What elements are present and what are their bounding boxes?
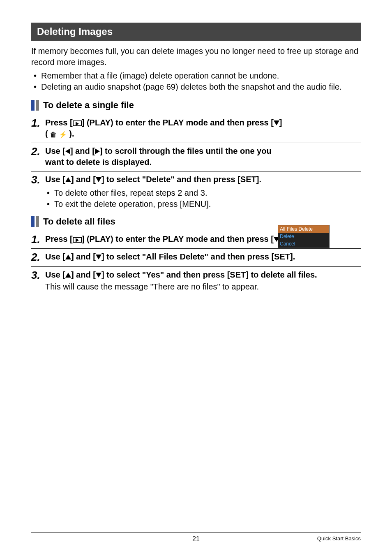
sub-header-title: To delete all files xyxy=(43,216,115,227)
step-fragment: ] to select "All Files Delete" and then … xyxy=(101,252,295,261)
step-number: 1. xyxy=(31,117,45,129)
intro-bullet: Deleting an audio snapshot (page 69) del… xyxy=(31,81,361,93)
screenshot-row: Cancel xyxy=(278,240,329,248)
step-number: 3. xyxy=(31,174,45,186)
step-fragment: ] and [ xyxy=(71,270,96,279)
triangle-left-icon xyxy=(65,148,70,154)
step-number: 3. xyxy=(31,269,45,281)
step-block: 3. Use [] and [] to select "Yes" and the… xyxy=(31,267,361,296)
sub-header-bars xyxy=(31,216,39,227)
step-number: 2. xyxy=(31,146,45,157)
trash-flash-icon: 🗑 ⚡ xyxy=(50,130,67,139)
step-sub-bullets: To delete other files, repeat steps 2 an… xyxy=(44,188,361,210)
intro-bullet: Remember that a file (image) delete oper… xyxy=(31,70,361,81)
sub-header-bars xyxy=(31,100,39,111)
step-fragment: Use [ xyxy=(45,146,65,155)
bar-blue-icon xyxy=(31,216,35,227)
step-fragment: ] to select "Yes" and then press [SET] t… xyxy=(101,270,317,279)
triangle-right-icon xyxy=(95,148,100,154)
step-fragment: ] (PLAY) to enter the PLAY mode and then… xyxy=(82,234,274,243)
page-number: 21 xyxy=(192,535,200,543)
step-fragment: Press [ xyxy=(45,234,73,243)
sub-header-title: To delete a single file xyxy=(43,100,134,111)
step-fragment: ] and [ xyxy=(71,252,96,261)
bar-grey-icon xyxy=(36,216,39,227)
play-icon xyxy=(73,120,82,126)
triangle-up-icon xyxy=(65,273,71,278)
triangle-down-icon xyxy=(96,273,101,278)
step-fragment: Press [ xyxy=(45,118,73,127)
screenshot-row-selected: All Files Delete xyxy=(278,225,329,233)
intro-bullet-list: Remember that a file (image) delete oper… xyxy=(31,70,361,93)
step-number: 2. xyxy=(31,251,45,263)
step-block: 2. Use [] and [] to select "All Files De… xyxy=(31,249,361,267)
bar-grey-icon xyxy=(36,100,39,111)
screenshot-row: Delete xyxy=(278,233,329,240)
play-icon xyxy=(73,237,82,243)
step-fragment: Use [ xyxy=(45,175,65,184)
delete-menu-screenshot: All Files Delete Delete Cancel xyxy=(278,225,330,248)
step-text: Use [] and [] to select "All Files Delet… xyxy=(45,251,361,262)
step-fragment: ] and [ xyxy=(71,175,96,184)
page-footer: 21 Quick Start Basics xyxy=(0,532,392,542)
sub-header: To delete a single file xyxy=(31,100,361,111)
step-fragment: ). xyxy=(67,129,74,138)
triangle-down-icon xyxy=(96,255,101,259)
triangle-up-icon xyxy=(65,255,71,259)
triangle-down-icon xyxy=(274,120,279,125)
bar-blue-icon xyxy=(31,100,35,111)
step-block: 1. Press [] (PLAY) to enter the PLAY mod… xyxy=(31,115,361,143)
step-fragment: ] to select "Delete" and then press [SET… xyxy=(101,175,261,184)
triangle-down-icon xyxy=(96,177,101,182)
step-text: Use [] and [] to select "Delete" and the… xyxy=(45,174,361,185)
step-text: Use [] and [] to select "Yes" and then p… xyxy=(45,269,361,292)
step-text: Press [] (PLAY) to enter the PLAY mode a… xyxy=(45,117,284,139)
footer-divider xyxy=(31,532,361,533)
step-fragment: ] (PLAY) to enter the PLAY mode and then… xyxy=(82,118,274,127)
triangle-up-icon xyxy=(65,177,71,182)
step-number: 1. xyxy=(31,234,45,245)
step-fragment: ] and [ xyxy=(70,146,95,155)
step-block: 3. Use [] and [] to select "Delete" and … xyxy=(31,171,361,213)
step-text: Use [] and [] to scroll through the file… xyxy=(45,146,284,168)
step-sub-bullet: To exit the delete operation, press [MEN… xyxy=(44,199,361,210)
step-block: 2. Use [] and [] to scroll through the f… xyxy=(31,143,361,171)
footer-section-label: Quick Start Basics xyxy=(317,535,361,542)
step-sub-bullet: To delete other files, repeat steps 2 an… xyxy=(44,188,361,199)
step-subtext: This will cause the message "There are n… xyxy=(45,281,361,292)
step-fragment: Use [ xyxy=(45,270,65,279)
intro-text: If memory becomes full, you can delete i… xyxy=(31,46,361,68)
step-fragment: Use [ xyxy=(45,252,65,261)
section-header: Deleting Images xyxy=(31,23,361,41)
